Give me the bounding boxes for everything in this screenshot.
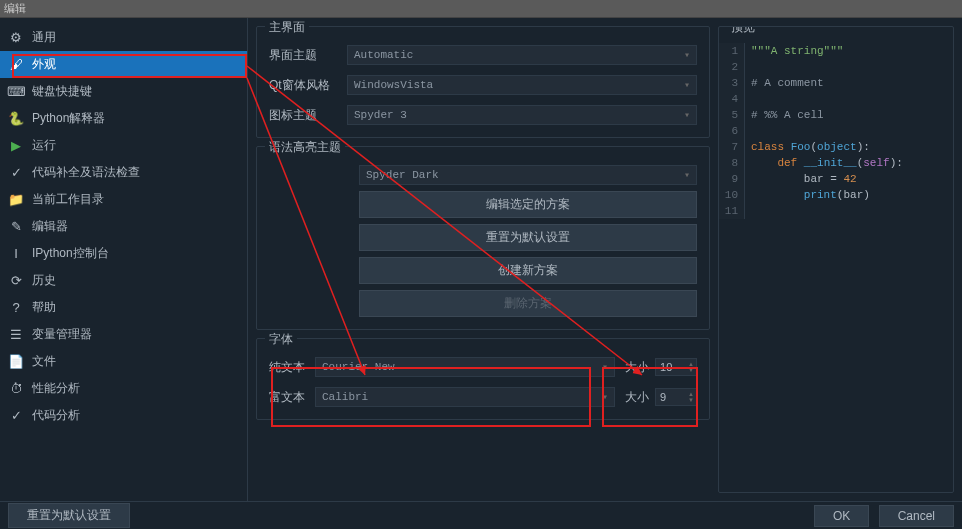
- chevron-down-icon: ▾: [684, 109, 690, 121]
- sidebar-label: 性能分析: [32, 380, 80, 397]
- sidebar-label: 通用: [32, 29, 56, 46]
- sidebar-label: 编辑器: [32, 218, 68, 235]
- rich-size-spinner[interactable]: ▲▼: [655, 388, 697, 406]
- sidebar-icon: 🖌: [8, 57, 24, 73]
- reset-scheme-button[interactable]: 重置为默认设置: [359, 224, 697, 251]
- sidebar-icon: 🐍: [8, 111, 24, 127]
- delete-scheme-button[interactable]: 删除方案: [359, 290, 697, 317]
- sidebar-item-9[interactable]: ⟳历史: [0, 267, 247, 294]
- sidebar-icon: 📁: [8, 192, 24, 208]
- plain-font-label: 纯文本: [269, 359, 309, 376]
- ok-button[interactable]: OK: [814, 505, 869, 527]
- reset-defaults-button[interactable]: 重置为默认设置: [8, 503, 130, 528]
- sidebar-icon: ⌨: [8, 84, 24, 100]
- qt-dropdown[interactable]: WindowsVista▾: [347, 75, 697, 95]
- sidebar-item-7[interactable]: ✎编辑器: [0, 213, 247, 240]
- preview-column: 预览 1"""A string""" 2 3# A comment 4 5# %…: [718, 26, 954, 493]
- sidebar-label: 运行: [32, 137, 56, 154]
- rich-font-label: 富文本: [269, 389, 309, 406]
- sidebar-item-5[interactable]: ✓代码补全及语法检查: [0, 159, 247, 186]
- bottom-bar: 重置为默认设置 OK Cancel: [0, 501, 962, 529]
- preview-group: 预览 1"""A string""" 2 3# A comment 4 5# %…: [718, 26, 954, 493]
- sidebar-icon: ▶: [8, 138, 24, 154]
- chevron-down-icon: ▾: [602, 391, 608, 403]
- content: 主界面 界面主题 Automatic▾ Qt窗体风格 WindowsVista▾…: [248, 18, 962, 501]
- sidebar-label: 文件: [32, 353, 56, 370]
- sidebar-icon: ✎: [8, 219, 24, 235]
- icon-theme-label: 图标主题: [269, 107, 339, 124]
- sidebar-icon: 📄: [8, 354, 24, 370]
- scheme-dropdown[interactable]: Spyder Dark▾: [359, 165, 697, 185]
- create-scheme-button[interactable]: 创建新方案: [359, 257, 697, 284]
- edit-scheme-button[interactable]: 编辑选定的方案: [359, 191, 697, 218]
- sidebar-label: 代码补全及语法检查: [32, 164, 140, 181]
- sidebar-icon: ✓: [8, 165, 24, 181]
- chevron-down-icon: ▾: [684, 169, 690, 181]
- sidebar: ⚙通用🖌外观⌨键盘快捷键🐍Python解释器▶运行✓代码补全及语法检查📁当前工作…: [0, 18, 248, 501]
- sidebar-item-11[interactable]: ☰变量管理器: [0, 321, 247, 348]
- sidebar-icon: ⚙: [8, 30, 24, 46]
- theme-dropdown[interactable]: Automatic▾: [347, 45, 697, 65]
- group-title: 语法高亮主题: [265, 139, 345, 156]
- sidebar-label: 外观: [32, 56, 56, 73]
- sidebar-label: 历史: [32, 272, 56, 289]
- group-title: 主界面: [265, 19, 309, 36]
- cancel-button[interactable]: Cancel: [879, 505, 954, 527]
- rich-size-input[interactable]: [656, 389, 686, 405]
- main-interface-group: 主界面 界面主题 Automatic▾ Qt窗体风格 WindowsVista▾…: [256, 26, 710, 138]
- preview-title: 预览: [727, 26, 759, 36]
- plain-size-input[interactable]: [656, 359, 686, 375]
- sidebar-item-0[interactable]: ⚙通用: [0, 24, 247, 51]
- theme-label: 界面主题: [269, 47, 339, 64]
- plain-size-spinner[interactable]: ▲▼: [655, 358, 697, 376]
- sidebar-item-6[interactable]: 📁当前工作目录: [0, 186, 247, 213]
- settings-column: 主界面 界面主题 Automatic▾ Qt窗体风格 WindowsVista▾…: [256, 26, 710, 493]
- sidebar-label: 帮助: [32, 299, 56, 316]
- sidebar-item-10[interactable]: ?帮助: [0, 294, 247, 321]
- syntax-group: 语法高亮主题 Spyder Dark▾ 编辑选定的方案 重置为默认设置 创建新方…: [256, 146, 710, 330]
- plain-font-dropdown[interactable]: Courier New▾: [315, 357, 615, 377]
- window-title: 编辑: [4, 1, 26, 16]
- sidebar-icon: ?: [8, 300, 24, 316]
- sidebar-label: 键盘快捷键: [32, 83, 92, 100]
- font-group: 字体 纯文本 Courier New▾ 大小 ▲▼ 富文本 Calibri▾: [256, 338, 710, 420]
- sidebar-item-4[interactable]: ▶运行: [0, 132, 247, 159]
- sidebar-label: Python解释器: [32, 110, 105, 127]
- sidebar-item-8[interactable]: IIPython控制台: [0, 240, 247, 267]
- chevron-down-icon: ▾: [684, 79, 690, 91]
- sidebar-item-1[interactable]: 🖌外观: [0, 51, 247, 78]
- sidebar-label: 代码分析: [32, 407, 80, 424]
- code-preview: 1"""A string""" 2 3# A comment 4 5# %% A…: [719, 35, 953, 219]
- sidebar-item-12[interactable]: 📄文件: [0, 348, 247, 375]
- sidebar-icon: I: [8, 246, 24, 262]
- icon-theme-dropdown[interactable]: Spyder 3▾: [347, 105, 697, 125]
- size-label: 大小: [625, 359, 649, 376]
- sidebar-item-2[interactable]: ⌨键盘快捷键: [0, 78, 247, 105]
- chevron-down-icon: ▾: [602, 361, 608, 373]
- sidebar-icon: ⟳: [8, 273, 24, 289]
- group-title: 字体: [265, 331, 297, 348]
- sidebar-label: 当前工作目录: [32, 191, 104, 208]
- sidebar-icon: ✓: [8, 408, 24, 424]
- sidebar-label: IPython控制台: [32, 245, 109, 262]
- sidebar-item-14[interactable]: ✓代码分析: [0, 402, 247, 429]
- rich-font-dropdown[interactable]: Calibri▾: [315, 387, 615, 407]
- sidebar-icon: ☰: [8, 327, 24, 343]
- sidebar-label: 变量管理器: [32, 326, 92, 343]
- chevron-down-icon: ▾: [684, 49, 690, 61]
- sidebar-icon: ⏱: [8, 381, 24, 397]
- sidebar-item-13[interactable]: ⏱性能分析: [0, 375, 247, 402]
- size-label: 大小: [625, 389, 649, 406]
- main-area: ⚙通用🖌外观⌨键盘快捷键🐍Python解释器▶运行✓代码补全及语法检查📁当前工作…: [0, 18, 962, 501]
- sidebar-item-3[interactable]: 🐍Python解释器: [0, 105, 247, 132]
- qt-label: Qt窗体风格: [269, 77, 339, 94]
- titlebar: 编辑: [0, 0, 962, 18]
